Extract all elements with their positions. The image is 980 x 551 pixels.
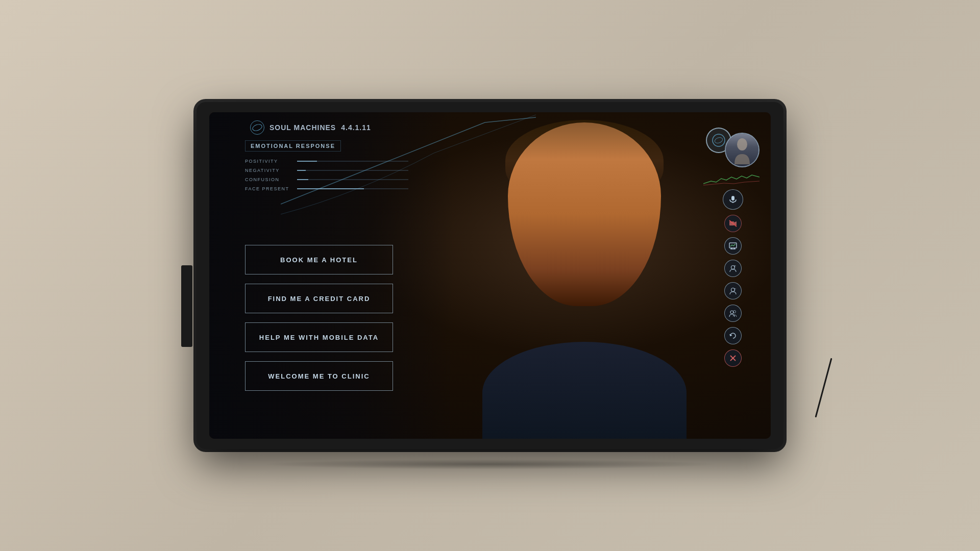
screen-icon: [729, 242, 737, 249]
video-preview-area: [706, 128, 760, 181]
confusion-bar-fill: [297, 179, 308, 180]
refresh-icon: [729, 332, 737, 339]
person-button-2[interactable]: [724, 282, 742, 299]
ai-body: [482, 342, 687, 439]
person-icon-2: [729, 287, 737, 294]
svg-rect-3: [731, 196, 734, 201]
refresh-button[interactable]: [724, 327, 742, 344]
welcome-clinic-button[interactable]: WELCOME ME TO CLINIC: [245, 361, 393, 391]
svg-point-16: [730, 311, 733, 314]
mobile-data-label: HELP ME WITH MOBILE DATA: [259, 334, 379, 341]
person-button-1[interactable]: [724, 260, 742, 277]
mic-button[interactable]: [723, 189, 743, 210]
device-mount: [181, 265, 192, 347]
confusion-bar-bg: [297, 179, 408, 180]
mobile-data-button[interactable]: HELP ME WITH MOBILE DATA: [245, 322, 393, 352]
positivity-bar-fill: [297, 161, 317, 162]
emotional-panel-title: EMOTIONAL RESPONSE: [245, 140, 341, 152]
confusion-row: CONFUSION: [245, 177, 408, 182]
book-hotel-button[interactable]: BOOK ME A HOTEL: [245, 245, 393, 274]
user-video-inner: [726, 134, 758, 166]
book-hotel-label: BOOK ME A HOTEL: [280, 256, 358, 264]
tv-shadow: [260, 459, 720, 469]
ai-head: [508, 122, 661, 306]
find-credit-card-label: FIND ME A CREDIT CARD: [268, 295, 371, 303]
group-icon: [729, 310, 737, 317]
negativity-bar-bg: [297, 170, 408, 171]
negativity-bar-fill: [297, 170, 306, 171]
top-logo-area: SOUL MACHINES 4.4.1.11: [250, 120, 371, 135]
mini-graph-overlay: [703, 171, 760, 186]
svg-point-2: [737, 138, 747, 151]
screen-button[interactable]: [724, 237, 742, 255]
tv-display: SOUL MACHINES 4.4.1.11 EMOTIONAL RESPONS…: [197, 102, 783, 449]
group-button[interactable]: [724, 305, 742, 322]
right-controls-panel: [706, 128, 760, 367]
positivity-bar-bg: [297, 161, 408, 162]
positivity-row: POSITIVITY: [245, 159, 408, 164]
user-silhouette: [732, 136, 752, 164]
face-present-bar-bg: [297, 188, 408, 189]
confusion-label: CONFUSION: [245, 177, 291, 182]
negativity-label: NEGATIVITY: [245, 168, 291, 173]
find-credit-card-button[interactable]: FIND ME A CREDIT CARD: [245, 284, 393, 313]
version-label: SOUL MACHINES: [270, 123, 336, 132]
person-icon-1: [729, 265, 737, 272]
positivity-label: POSITIVITY: [245, 159, 291, 164]
mic-icon: [729, 195, 737, 204]
face-present-row: FACE PRESENT: [245, 186, 408, 191]
user-video-preview: [725, 133, 760, 167]
svg-point-11: [731, 266, 734, 269]
ai-face-container: [419, 112, 750, 439]
face-present-label: FACE PRESENT: [245, 186, 291, 191]
soul-machines-logo-icon: [250, 120, 264, 135]
close-icon: [730, 355, 736, 361]
soul-machines-watermark: [712, 133, 726, 147]
tv-screen: SOUL MACHINES 4.4.1.11 EMOTIONAL RESPONS…: [209, 112, 771, 439]
action-buttons-container: BOOK ME A HOTEL FIND ME A CREDIT CARD HE…: [245, 245, 393, 391]
welcome-clinic-label: WELCOME ME TO CLINIC: [268, 372, 370, 380]
emotional-panel: EMOTIONAL RESPONSE POSITIVITY NEGATIVITY…: [245, 140, 408, 195]
version-number: 4.4.1.11: [341, 123, 371, 132]
svg-point-1: [714, 137, 723, 144]
negativity-row: NEGATIVITY: [245, 168, 408, 173]
face-present-bar-fill: [297, 188, 364, 189]
close-button[interactable]: [724, 349, 742, 367]
cam-mute-button[interactable]: [724, 215, 742, 232]
cam-mute-icon: [729, 220, 737, 227]
svg-point-0: [713, 134, 725, 146]
